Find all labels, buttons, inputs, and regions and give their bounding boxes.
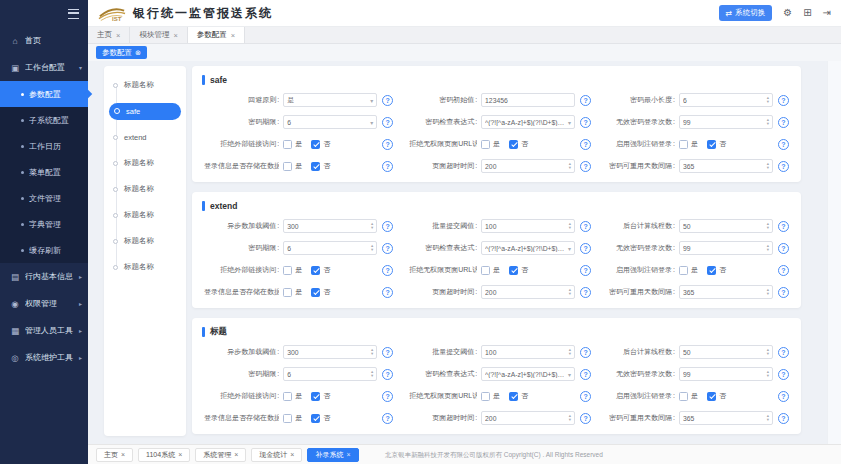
stepper-down-icon[interactable]: ▾ [767,374,769,379]
chevron-down-icon[interactable]: ▾ [370,119,373,126]
top-tab-主页[interactable]: 主页× [88,27,130,43]
bottom-tab-主页[interactable]: 主页× [96,448,133,462]
help-icon[interactable]: ? [778,369,789,380]
stepper-down-icon[interactable]: ▾ [569,226,571,231]
number-stepper[interactable]: ▴▾ [767,222,769,231]
number-stepper[interactable]: ▴▾ [767,96,769,105]
sidebar-item-5[interactable]: ◎系统维护工具▸ [0,344,88,371]
anchor-item-标题名称[interactable]: 标题名称 [104,254,186,280]
help-icon[interactable]: ? [580,139,591,150]
checkbox-checked[interactable] [311,162,320,171]
stepper-down-icon[interactable]: ▾ [767,352,769,357]
number-stepper[interactable]: ▴▾ [371,244,373,253]
close-icon[interactable]: × [178,451,182,458]
checkbox-option[interactable]: 是 [481,265,500,275]
bottom-tab-补录系统[interactable]: 补录系统× [307,448,358,462]
number-stepper[interactable]: ▴▾ [569,222,571,231]
checkbox-option[interactable]: 否 [707,139,726,149]
checkbox-unchecked[interactable] [481,392,490,401]
help-icon[interactable]: ? [382,139,393,150]
help-icon[interactable]: ? [580,369,591,380]
stepper-down-icon[interactable]: ▾ [767,248,769,253]
select-field[interactable]: ^(?![^a-zA-z]+$)(?!\D+$)[0-9A-Z...▾ [481,115,575,129]
chevron-down-icon[interactable]: ▾ [568,119,571,126]
help-icon[interactable]: ? [382,413,393,424]
checkbox-unchecked[interactable] [283,392,292,401]
number-input[interactable]: 100▴▾ [481,345,575,359]
checkbox-checked[interactable] [311,414,320,423]
stepper-down-icon[interactable]: ▾ [767,100,769,105]
help-icon[interactable]: ? [382,161,393,172]
help-icon[interactable]: ? [382,369,393,380]
chevron-down-icon[interactable]: ▾ [370,97,373,104]
number-input[interactable]: 6▴▾ [679,93,773,107]
checkbox-option[interactable]: 否 [311,139,330,149]
anchor-item-extend[interactable]: extend [104,124,186,150]
number-stepper[interactable]: ▴▾ [767,118,769,127]
help-icon[interactable]: ? [580,117,591,128]
checkbox-unchecked[interactable] [283,288,292,297]
select-field[interactable]: 是▾ [283,93,377,107]
checkbox-option[interactable]: 否 [509,391,528,401]
help-icon[interactable]: ? [382,221,393,232]
select-field[interactable]: ^(?![^a-zA-z]+$)(?!\D+$)[0-9A-Z...▾ [481,367,575,381]
stepper-down-icon[interactable]: ▾ [371,226,373,231]
number-stepper[interactable]: ▴▾ [767,370,769,379]
help-icon[interactable]: ? [580,347,591,358]
stepper-down-icon[interactable]: ▾ [767,418,769,423]
number-input[interactable]: 6▴▾ [283,367,377,381]
checkbox-unchecked[interactable] [481,140,490,149]
help-icon[interactable]: ? [580,161,591,172]
checkbox-checked[interactable] [509,140,518,149]
sidebar-item-4[interactable]: ▦管理人员工具▸ [0,317,88,344]
help-icon[interactable]: ? [778,287,789,298]
sidebar-item-3[interactable]: ◉权限管理▸ [0,290,88,317]
stepper-down-icon[interactable]: ▾ [569,166,571,171]
help-icon[interactable]: ? [580,95,591,106]
anchor-item-safe[interactable]: safe [109,103,181,120]
number-stepper[interactable]: ▴▾ [569,162,571,171]
close-icon[interactable]: × [121,451,125,458]
stepper-down-icon[interactable]: ▾ [371,352,373,357]
help-icon[interactable]: ? [778,265,789,276]
number-stepper[interactable]: ▴▾ [371,348,373,357]
checkbox-unchecked[interactable] [679,392,688,401]
help-icon[interactable]: ? [778,139,789,150]
select-field[interactable]: 6▾ [283,115,377,129]
help-icon[interactable]: ? [778,347,789,358]
checkbox-option[interactable]: 否 [707,265,726,275]
checkbox-unchecked[interactable] [283,414,292,423]
gear-icon[interactable]: ⚙ [783,8,792,18]
close-icon[interactable]: × [290,451,294,458]
checkbox-option[interactable]: 是 [679,139,698,149]
menu-fold-icon[interactable] [68,9,79,19]
checkbox-unchecked[interactable] [481,266,490,275]
anchor-item-标题名称[interactable]: 标题名称 [104,72,186,98]
help-icon[interactable]: ? [778,243,789,254]
number-input[interactable]: 6▴▾ [283,241,377,255]
tag-close-icon[interactable]: ⊗ [135,49,141,57]
checkbox-checked[interactable] [311,288,320,297]
vertical-scrollbar[interactable] [827,61,841,444]
stepper-down-icon[interactable]: ▾ [569,292,571,297]
bottom-tab-1104系统[interactable]: 1104系统× [138,448,190,462]
top-tab-参数配置[interactable]: 参数配置× [188,27,245,43]
sidebar-item-2[interactable]: ▤行内基本信息▸ [0,263,88,290]
stepper-down-icon[interactable]: ▾ [767,292,769,297]
help-icon[interactable]: ? [382,347,393,358]
close-icon[interactable]: × [231,31,235,40]
checkbox-checked[interactable] [311,266,320,275]
checkbox-unchecked[interactable] [679,266,688,275]
checkbox-option[interactable]: 是 [283,265,302,275]
checkbox-checked[interactable] [707,392,716,401]
number-input[interactable]: 99▴▾ [679,367,773,381]
anchor-item-标题名称[interactable]: 标题名称 [104,228,186,254]
close-icon[interactable]: × [346,451,350,458]
help-icon[interactable]: ? [580,243,591,254]
close-icon[interactable]: × [173,31,177,40]
number-input[interactable]: 300▴▾ [283,345,377,359]
help-icon[interactable]: ? [580,265,591,276]
checkbox-unchecked[interactable] [283,140,292,149]
sidebar-subitem-缓存刷新[interactable]: 缓存刷新 [0,237,88,263]
help-icon[interactable]: ? [382,243,393,254]
